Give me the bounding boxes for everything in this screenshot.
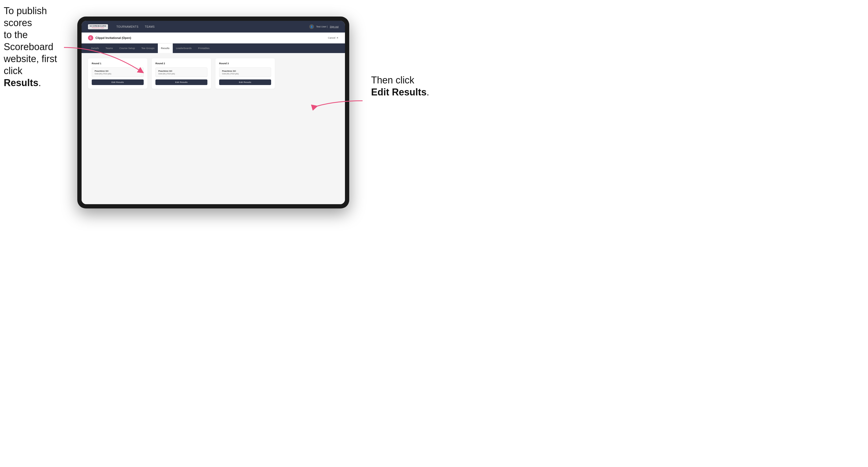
cancel-label: Cancel [328, 36, 335, 39]
tab-course-setup[interactable]: Course Setup [116, 43, 138, 53]
nav-tournaments[interactable]: TOURNAMENTS [117, 25, 138, 28]
instruction-right: Then click Edit Results. [371, 74, 429, 98]
cancel-button[interactable]: Cancel ✕ [328, 36, 339, 39]
instruction-then-click: Then click [371, 75, 414, 86]
course-name-2: Peachtree GC [158, 70, 205, 72]
tab-details[interactable]: Details [88, 43, 102, 53]
tablet-frame: SCOREBOARD Powered by clippd TOURNAMENTS… [77, 17, 349, 209]
instruction-right-suffix: . [427, 87, 429, 98]
sign-out-link[interactable]: Sign out [330, 25, 339, 28]
close-icon: ✕ [336, 36, 339, 39]
rounds-grid: Round 1 Peachtree GC Gold (M) (7010 yds)… [88, 58, 339, 89]
course-card-3: Peachtree GC Gold (M) (7010 yds) [219, 67, 271, 77]
tournament-header: C Clippd Invitational (Open) Cancel ✕ [82, 33, 345, 43]
tablet-screen: SCOREBOARD Powered by clippd TOURNAMENTS… [82, 21, 345, 204]
tab-tee-groups[interactable]: Tee Groups [138, 43, 158, 53]
tournament-title: C Clippd Invitational (Open) [88, 35, 131, 40]
round-card-3: Round 3 Peachtree GC Gold (M) (7010 yds)… [215, 58, 275, 89]
course-name-3: Peachtree GC [222, 70, 268, 72]
tab-teams[interactable]: Teams [102, 43, 116, 53]
round-card-1: Round 1 Peachtree GC Gold (M) (7010 yds)… [88, 58, 148, 89]
empty-column [279, 58, 339, 89]
course-detail-2: Gold (M) (7010 yds) [158, 73, 205, 75]
instruction-line3: website, first [4, 53, 57, 64]
round-1-title: Round 1 [92, 62, 144, 65]
user-icon: 👤 [309, 24, 314, 29]
sub-nav: Details Teams Course Setup Tee Groups Re… [82, 43, 345, 53]
course-card-1: Peachtree GC Gold (M) (7010 yds) [92, 67, 144, 77]
tab-results[interactable]: Results [158, 43, 173, 53]
edit-results-button-3[interactable]: Edit Results [219, 80, 271, 85]
nav-links: TOURNAMENTS TEAMS [117, 25, 309, 28]
course-name-1: Peachtree GC [95, 70, 141, 72]
instruction-line2: to the Scoreboard [4, 29, 53, 52]
top-nav: SCOREBOARD Powered by clippd TOURNAMENTS… [82, 21, 345, 33]
round-card-2: Round 2 Peachtree GC Gold (M) (7010 yds)… [152, 58, 211, 89]
clippd-icon: C [88, 35, 93, 40]
edit-results-button-2[interactable]: Edit Results [155, 80, 208, 85]
nav-teams[interactable]: TEAMS [145, 25, 155, 28]
instruction-line4-suffix: . [38, 77, 41, 88]
course-detail-1: Gold (M) (7010 yds) [95, 73, 141, 75]
instruction-results-bold: Results [4, 77, 38, 88]
round-2-title: Round 2 [155, 62, 208, 65]
tab-printables[interactable]: Printables [195, 43, 213, 53]
instruction-edit-results-bold: Edit Results [371, 87, 427, 98]
tournament-name: Clippd Invitational (Open) [95, 36, 131, 39]
user-label: Test User | [316, 25, 328, 28]
instruction-left: To publish scores to the Scoreboard webs… [4, 5, 62, 89]
course-detail-3: Gold (M) (7010 yds) [222, 73, 268, 75]
tab-leaderboards[interactable]: Leaderboards [173, 43, 195, 53]
course-card-2: Peachtree GC Gold (M) (7010 yds) [155, 67, 208, 77]
instruction-line1: To publish scores [4, 5, 47, 28]
logo-area: SCOREBOARD Powered by clippd [88, 24, 108, 29]
edit-results-button-1[interactable]: Edit Results [92, 80, 144, 85]
logo-text-sub: Powered by clippd [92, 27, 104, 29]
nav-right: 👤 Test User | Sign out [309, 24, 339, 29]
round-3-title: Round 3 [219, 62, 271, 65]
instruction-line4-prefix: click [4, 65, 22, 76]
main-content: Round 1 Peachtree GC Gold (M) (7010 yds)… [82, 53, 345, 204]
logo-box: SCOREBOARD Powered by clippd [88, 24, 108, 29]
